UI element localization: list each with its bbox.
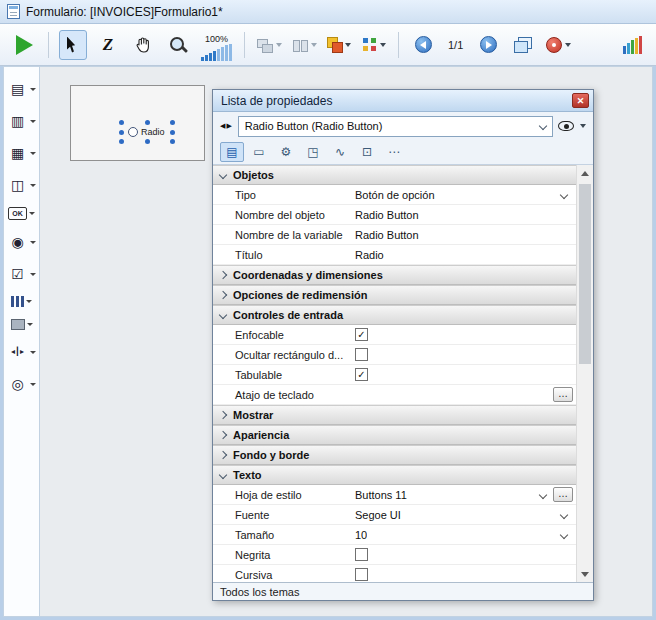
scroll-down-button[interactable] [577, 566, 593, 582]
input-field-tool-button[interactable]: ◫ [8, 175, 36, 195]
tab-preview[interactable]: ▭ [247, 142, 271, 162]
property-row[interactable]: Nombre de la variableRadio Button [213, 225, 576, 245]
selection-handle[interactable] [145, 139, 150, 144]
window-titlebar[interactable]: Formulario: [INVOICES]Formulario1* [0, 0, 656, 24]
zoom-bars-icon[interactable] [201, 44, 232, 61]
selection-handle[interactable] [119, 139, 124, 144]
property-row[interactable]: Tamaño10 [213, 525, 576, 545]
checkbox[interactable]: ✓ [355, 328, 368, 341]
property-row[interactable]: Cursiva [213, 565, 576, 582]
property-row[interactable]: Negrita [213, 545, 576, 565]
chevron-down-icon[interactable] [30, 88, 36, 91]
section-row[interactable]: Fondo y borde [213, 445, 576, 465]
section-row[interactable]: Opciones de redimensión [213, 285, 576, 305]
selection-handle[interactable] [119, 130, 124, 135]
visibility-menu-button[interactable] [558, 121, 586, 131]
insert-menu-button[interactable] [544, 30, 572, 60]
grid-tool-button[interactable]: ▦ [8, 143, 36, 163]
text-area-tool-button[interactable]: ▤ [8, 79, 36, 99]
form-canvas[interactable]: Radio Lista de propiedades Radio Button … [40, 66, 653, 617]
property-list-titlebar[interactable]: Lista de propiedades [213, 90, 593, 112]
radio-widget[interactable]: Radio [121, 122, 173, 142]
chevron-down-icon[interactable] [30, 241, 36, 244]
scrollbar[interactable] [576, 165, 593, 582]
chevron-down-icon[interactable] [30, 273, 36, 276]
alignment-tool-button[interactable] [255, 30, 283, 60]
ellipsis-button[interactable]: … [553, 487, 573, 502]
chevron-down-icon[interactable] [30, 152, 36, 155]
section-row[interactable]: Objetos [213, 165, 576, 185]
radio-button-tool-button[interactable]: ◉ [8, 232, 36, 252]
selection-handle[interactable] [119, 120, 124, 125]
close-button[interactable] [572, 93, 589, 108]
prev-next-object-icon[interactable] [220, 122, 233, 130]
matrix-tool-button[interactable] [360, 30, 388, 60]
zoom-tool-button[interactable] [164, 30, 192, 60]
hand-tool-button[interactable] [129, 30, 157, 60]
chevron-down-icon[interactable] [29, 212, 35, 215]
selection-handle[interactable] [170, 120, 175, 125]
property-row[interactable]: Atajo de teclado… [213, 385, 576, 405]
chevron-down-icon[interactable] [539, 491, 547, 499]
fields-list-button[interactable] [618, 30, 646, 60]
layer-tool-button[interactable] [325, 30, 353, 60]
chevron-down-icon[interactable] [560, 531, 568, 539]
form-page[interactable]: Radio [70, 85, 205, 161]
chevron-down-icon[interactable] [30, 351, 36, 354]
scrollbar-track[interactable] [577, 181, 593, 566]
list-box-tool-button[interactable]: ▥ [8, 111, 36, 131]
tab-properties[interactable]: ▤ [220, 142, 244, 162]
splitter-tool-button[interactable] [8, 342, 36, 362]
distribution-tool-button[interactable] [290, 30, 318, 60]
selection-handle[interactable] [145, 120, 150, 125]
chevron-down-icon[interactable] [30, 120, 36, 123]
section-row[interactable]: Texto [213, 465, 576, 485]
select-tool-button[interactable] [59, 30, 87, 60]
property-row[interactable]: TítuloRadio [213, 245, 576, 265]
zoom-control[interactable]: 100% [201, 29, 232, 61]
section-row[interactable]: Coordenadas y dimensiones [213, 265, 576, 285]
tab-curve[interactable]: ∿ [328, 142, 352, 162]
tab-control-tool-button[interactable]: ◎ [8, 374, 36, 394]
chevron-down-icon[interactable] [560, 511, 568, 519]
next-page-button[interactable] [474, 30, 502, 60]
property-row[interactable]: FuenteSegoe UI [213, 505, 576, 525]
selection-handle[interactable] [170, 139, 175, 144]
ok-button-tool-button[interactable] [8, 207, 35, 220]
prev-page-button[interactable] [409, 30, 437, 60]
selection-handle[interactable] [170, 130, 175, 135]
chevron-down-icon[interactable] [565, 43, 571, 47]
freehand-tool-button[interactable] [94, 30, 122, 60]
tab-settings[interactable]: ⚙ [274, 142, 298, 162]
chevron-down-icon[interactable] [345, 43, 351, 47]
run-form-button[interactable] [10, 30, 38, 60]
chevron-down-icon[interactable] [26, 300, 32, 303]
group-box-tool-button[interactable] [11, 319, 33, 330]
checkbox[interactable] [355, 348, 368, 361]
bar-buttons-tool-button[interactable] [11, 296, 32, 307]
property-row[interactable]: Hoja de estiloButtons 11… [213, 485, 576, 505]
checkbox[interactable] [355, 548, 368, 561]
property-row[interactable]: Tabulable✓ [213, 365, 576, 385]
chevron-down-icon[interactable] [27, 323, 33, 326]
checkbox[interactable] [355, 568, 368, 581]
object-selector-dropdown[interactable]: Radio Button (Radio Button) [238, 116, 553, 137]
ellipsis-button[interactable]: … [553, 387, 573, 402]
property-row[interactable]: TipoBotón de opción [213, 185, 576, 205]
checkbox-tool-button[interactable]: ☑ [8, 264, 36, 284]
property-row[interactable]: Enfocable✓ [213, 325, 576, 345]
checkbox[interactable]: ✓ [355, 368, 368, 381]
section-row[interactable]: Apariencia [213, 425, 576, 445]
windows-button[interactable] [509, 30, 537, 60]
chevron-down-icon[interactable] [560, 191, 568, 199]
tab-action[interactable]: ◳ [301, 142, 325, 162]
section-row[interactable]: Controles de entrada [213, 305, 576, 325]
tab-screen[interactable]: ⊡ [355, 142, 379, 162]
property-row[interactable]: Nombre del objetoRadio Button [213, 205, 576, 225]
chevron-down-icon[interactable] [380, 43, 386, 47]
tab-more[interactable]: ⋯ [382, 142, 406, 162]
property-row[interactable]: Ocultar rectángulo d... [213, 345, 576, 365]
chevron-down-icon[interactable] [30, 383, 36, 386]
section-row[interactable]: Mostrar [213, 405, 576, 425]
scrollbar-thumb[interactable] [579, 184, 591, 364]
